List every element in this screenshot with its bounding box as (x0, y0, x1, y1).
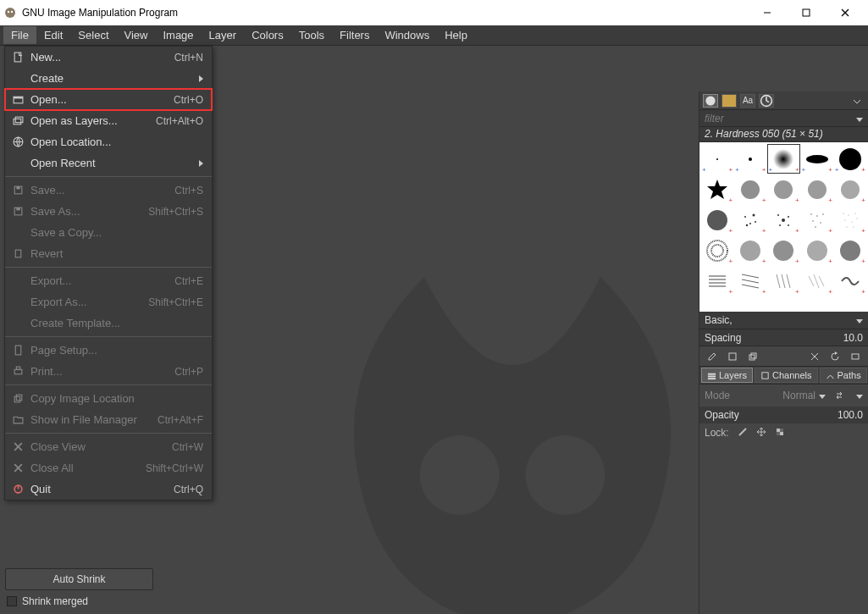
fonts-tab-icon[interactable]: Aa (740, 94, 755, 108)
svg-point-20 (841, 180, 860, 199)
layers-list[interactable] (699, 442, 868, 614)
svg-rect-81 (14, 97, 23, 98)
brush-item[interactable]: + (734, 235, 766, 265)
brush-item[interactable]: ++ (734, 144, 766, 174)
brush-item[interactable]: ++ (801, 144, 833, 174)
menu-windows[interactable]: Windows (377, 26, 437, 44)
svg-point-25 (755, 221, 756, 223)
menu-item-accel: Ctrl+P (174, 366, 203, 378)
menu-colors[interactable]: Colors (244, 26, 291, 44)
menu-filters[interactable]: Filters (332, 26, 377, 44)
brush-item[interactable]: + (767, 174, 799, 204)
file-menu: New...Ctrl+NCreateOpen...Ctrl+OOpen as L… (4, 46, 213, 501)
menu-item-quit[interactable]: QuitCtrl+Q (5, 478, 212, 500)
brush-item[interactable]: + (801, 235, 833, 265)
lock-position-icon[interactable] (756, 427, 766, 440)
svg-point-39 (848, 214, 849, 215)
svg-point-43 (856, 218, 857, 218)
menu-item-open-recent[interactable]: Open Recent (5, 152, 212, 174)
svg-point-50 (807, 241, 827, 261)
brush-item[interactable]: + (767, 235, 799, 265)
maximize-button[interactable] (787, 0, 826, 25)
menu-item-label: Show in File Manager (25, 413, 158, 426)
menu-item-label: Save As... (25, 205, 148, 218)
brush-item[interactable]: + (734, 174, 766, 204)
patterns-tab-icon[interactable] (721, 94, 737, 108)
brush-item[interactable]: + (834, 266, 866, 296)
brush-item[interactable]: + (701, 235, 733, 265)
menu-item-create[interactable]: Create (5, 68, 212, 89)
svg-rect-94 (16, 395, 21, 401)
menu-item-new[interactable]: New...Ctrl+N (5, 47, 212, 68)
svg-point-44 (846, 226, 847, 227)
opacity-field[interactable]: Opacity 100.0 (699, 407, 868, 423)
brushes-tab-icon[interactable] (703, 94, 718, 108)
brush-item[interactable]: + (701, 205, 733, 235)
brush-item[interactable]: + (834, 205, 866, 235)
brush-item[interactable]: + (801, 174, 833, 204)
menu-item-open[interactable]: Open...Ctrl+O (5, 89, 212, 110)
lock-pixels-icon[interactable] (738, 427, 748, 440)
close-window-button[interactable] (826, 0, 865, 25)
brush-item[interactable]: + (767, 266, 799, 296)
menu-edit[interactable]: Edit (36, 26, 70, 44)
menu-layer[interactable]: Layer (202, 26, 245, 44)
menu-tools[interactable]: Tools (291, 26, 332, 44)
new-brush-icon[interactable] (727, 351, 738, 362)
edit-brush-icon[interactable] (706, 351, 718, 362)
menu-image[interactable]: Image (155, 26, 201, 44)
brush-category-dropdown[interactable]: Basic, (699, 312, 868, 329)
svg-point-29 (788, 216, 789, 218)
menu-item-open-location[interactable]: Open Location... (5, 131, 212, 152)
title-bar: GNU Image Manipulation Program (0, 0, 868, 25)
right-dock: Aa filter 2. Hardness 050 (51 × 51) ++ +… (699, 91, 868, 614)
menu-bar: File Edit Select View Image Layer Colors… (0, 25, 868, 46)
mode-dropdown[interactable]: Normal (782, 390, 826, 401)
dock-configure-icon[interactable] (849, 94, 865, 108)
menu-item-accel: Shift+Ctrl+W (146, 462, 203, 474)
brush-item[interactable]: + (801, 205, 833, 235)
brush-item[interactable]: + (701, 174, 733, 204)
minimize-button[interactable] (748, 0, 787, 25)
mode-switch-icon[interactable] (831, 390, 848, 401)
menu-item-label: Copy Image Location (25, 392, 203, 405)
brush-item[interactable]: + (834, 174, 866, 204)
svg-rect-71 (708, 373, 716, 374)
history-tab-icon[interactable] (759, 94, 774, 108)
open-as-image-icon[interactable] (849, 351, 861, 362)
brush-item[interactable]: + (801, 266, 833, 296)
brush-item[interactable]: ++ (767, 144, 799, 174)
brush-spacing-field[interactable]: Spacing 10.0 (699, 329, 868, 346)
shrink-merged-checkbox[interactable] (7, 596, 17, 606)
menu-file[interactable]: File (3, 26, 36, 44)
menu-item-open-as-layers[interactable]: Open as Layers...Ctrl+Alt+O (5, 110, 212, 131)
svg-rect-90 (15, 346, 21, 355)
chevron-down-icon[interactable] (856, 391, 863, 401)
duplicate-brush-icon[interactable] (747, 351, 759, 362)
new-icon (10, 52, 25, 63)
refresh-brush-icon[interactable] (829, 351, 841, 362)
paths-tab[interactable]: Paths (820, 368, 867, 383)
brush-item[interactable]: ++ (834, 144, 866, 174)
menu-item-label: Close View (25, 440, 172, 453)
auto-shrink-button[interactable]: Auto Shrink (5, 568, 153, 590)
svg-rect-73 (708, 378, 716, 379)
channels-tab[interactable]: Channels (755, 368, 817, 383)
layers-tab[interactable]: Layers (701, 368, 753, 383)
menu-select[interactable]: Select (70, 26, 116, 44)
menu-help[interactable]: Help (437, 26, 475, 44)
brush-item[interactable]: + (834, 235, 866, 265)
menu-view[interactable]: View (117, 26, 156, 44)
brush-item[interactable]: + (701, 266, 733, 296)
brush-grid[interactable]: ++ ++ ++ ++ ++ + + + + + + + + + + + + +… (699, 142, 868, 312)
brush-item[interactable]: ++ (701, 144, 733, 174)
svg-point-30 (779, 224, 781, 226)
brush-item[interactable]: + (734, 205, 766, 235)
brush-item[interactable]: + (734, 266, 766, 296)
lock-alpha-icon[interactable] (775, 427, 785, 440)
brush-filter-input[interactable]: filter (699, 110, 868, 127)
brush-item[interactable]: + (767, 205, 799, 235)
menu-item-label: Page Setup... (25, 344, 203, 357)
delete-brush-icon[interactable] (809, 351, 821, 362)
svg-point-0 (5, 8, 15, 18)
